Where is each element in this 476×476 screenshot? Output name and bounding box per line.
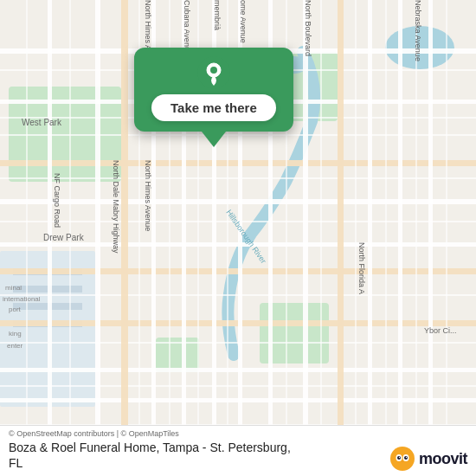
svg-text:NF Cargo Road: NF Cargo Road (53, 173, 61, 228)
map-attribution: © OpenStreetMap contributors | © OpenMap… (9, 429, 467, 438)
location-name: Boza & Roel Funeral Home, Tampa - St. Pe… (9, 441, 291, 454)
svg-rect-43 (26, 0, 28, 476)
svg-rect-51 (355, 0, 357, 476)
svg-point-77 (390, 447, 415, 471)
svg-rect-53 (415, 0, 417, 476)
svg-rect-52 (385, 0, 387, 476)
svg-text:international: international (3, 295, 41, 303)
svg-rect-41 (398, 0, 402, 476)
location-info: Boza & Roel Funeral Home, Tampa - St. Pe… (9, 440, 291, 471)
svg-text:North Himes Avenue: North Himes Avenue (144, 160, 152, 231)
svg-rect-54 (446, 0, 447, 476)
svg-point-81 (404, 456, 408, 460)
svg-text:membrià: membrià (213, 0, 222, 30)
svg-point-83 (406, 457, 407, 458)
svg-text:port: port (9, 306, 22, 313)
moovit-logo: moovit (390, 447, 467, 471)
take-me-there-button[interactable]: Take me there (151, 94, 276, 121)
location-state: FL (9, 456, 23, 470)
pin-overlay: Take me there (134, 48, 293, 147)
svg-rect-50 (320, 0, 322, 476)
svg-text:North Florida A: North Florida A (357, 242, 366, 294)
svg-point-80 (397, 456, 401, 460)
svg-rect-40 (368, 0, 372, 476)
bottom-panel: © OpenStreetMap contributors | © OpenMap… (0, 425, 476, 476)
svg-rect-39 (338, 0, 344, 476)
svg-rect-42 (428, 0, 433, 476)
location-pin-icon (197, 56, 230, 89)
pin-bubble-tail (202, 132, 226, 147)
moovit-icon (390, 447, 415, 471)
svg-text:ome Avenue: ome Avenue (239, 0, 248, 43)
pin-bubble: Take me there (134, 48, 293, 132)
svg-rect-38 (303, 0, 308, 476)
svg-point-82 (399, 457, 400, 458)
svg-text:West Park: West Park (22, 118, 62, 127)
svg-text:Nebraska Avenue: Nebraska Avenue (414, 0, 422, 61)
svg-text:Ybor Ci...: Ybor Ci... (424, 326, 457, 335)
svg-point-76 (210, 67, 217, 74)
svg-text:North Boulevard: North Boulevard (304, 0, 312, 56)
svg-text:minal: minal (5, 284, 22, 292)
svg-text:enter: enter (7, 342, 23, 350)
moovit-text: moovit (419, 450, 467, 468)
svg-rect-32 (121, 0, 128, 476)
map-container: North Himes Avenue Cubana Avenue membrià… (0, 0, 476, 476)
svg-text:Drew Park: Drew Park (43, 233, 85, 242)
svg-text:North Dale Mabry Highway: North Dale Mabry Highway (112, 160, 120, 254)
svg-rect-31 (95, 0, 100, 476)
svg-text:king: king (9, 330, 22, 338)
